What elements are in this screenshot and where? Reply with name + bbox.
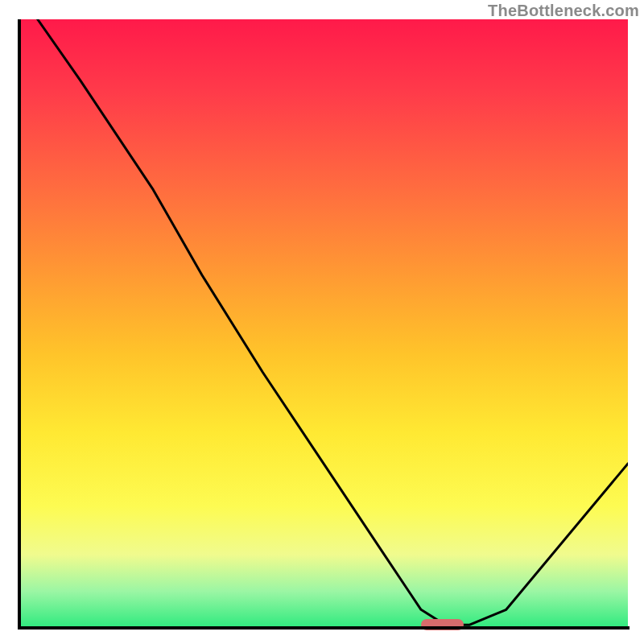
bottleneck-curve xyxy=(19,19,628,628)
y-axis xyxy=(18,19,21,628)
x-axis xyxy=(18,626,630,630)
chart-container: TheBottleneck.com xyxy=(0,0,644,644)
watermark-text: TheBottleneck.com xyxy=(488,2,639,20)
